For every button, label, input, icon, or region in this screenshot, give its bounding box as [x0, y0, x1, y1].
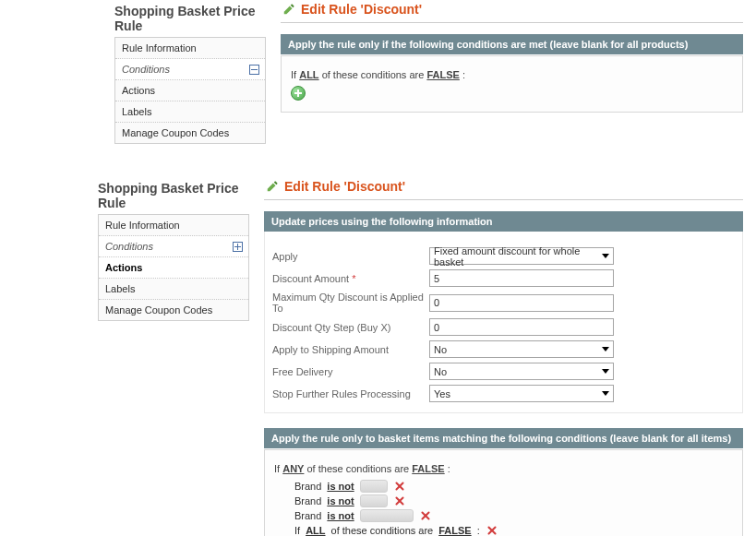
remove-condition-icon[interactable]	[393, 494, 406, 507]
cond-value-chip[interactable]	[360, 494, 388, 507]
cond-aggregator[interactable]: ANY	[282, 463, 304, 474]
input-qty-step[interactable]	[429, 318, 614, 336]
sidebar-item-conditions[interactable]: Conditions	[115, 59, 265, 80]
sidebar-menu: Rule Information Conditions Actions Labe…	[98, 214, 249, 321]
cond-attr[interactable]: Brand	[294, 495, 321, 506]
label-shipping: Apply to Shipping Amount	[272, 344, 429, 355]
chevron-down-icon	[602, 391, 609, 396]
sidebar-item-actions[interactable]: Actions	[115, 80, 265, 101]
cond-colon: :	[448, 463, 450, 474]
expand-icon[interactable]	[233, 242, 243, 254]
cond-value[interactable]: FALSE	[412, 463, 444, 474]
sidebar-item-manage-coupon-codes[interactable]: Manage Coupon Codes	[99, 300, 248, 320]
select-free-delivery[interactable]: No	[429, 363, 614, 380]
nested-colon: :	[477, 525, 480, 536]
add-condition-icon[interactable]	[291, 86, 306, 101]
sidebar-title: Shopping Basket Price Rule	[98, 181, 249, 210]
sidebar-item-label: Conditions	[122, 64, 170, 75]
page-title-text: Edit Rule 'Discount'	[284, 179, 405, 194]
sidebar-item-labels[interactable]: Labels	[99, 279, 248, 300]
sidebar-item-rule-information[interactable]: Rule Information	[99, 215, 248, 236]
cond-op[interactable]: is not	[327, 495, 354, 506]
label-apply: Apply	[272, 251, 429, 262]
cond-aggregator[interactable]: ALL	[299, 69, 318, 80]
chevron-down-icon	[602, 369, 609, 374]
sidebar-item-rule-information[interactable]: Rule Information	[115, 38, 265, 59]
remove-condition-icon[interactable]	[393, 480, 406, 493]
cond-colon: :	[462, 69, 465, 80]
remove-condition-icon[interactable]	[419, 509, 432, 522]
select-shipping[interactable]: No	[429, 340, 614, 358]
section-bar-item-conditions: Apply the rule only to basket items matc…	[264, 428, 743, 448]
conditions-box: If ALL of these conditions are FALSE :	[281, 55, 743, 113]
label-text: Discount Amount	[272, 273, 349, 284]
select-apply-value: Fixed amount discount for whole basket	[434, 245, 602, 268]
page-title: Edit Rule 'Discount'	[264, 177, 743, 200]
section-bar-conditions: Apply the rule only if the following con…	[281, 34, 743, 54]
chevron-down-icon	[602, 347, 609, 351]
label-free-delivery: Free Delivery	[272, 366, 429, 377]
label-stop-rules: Stop Further Rules Processing	[272, 388, 429, 399]
cond-if: If	[274, 463, 280, 474]
chevron-down-icon	[602, 254, 609, 258]
nested-aggregator[interactable]: ALL	[306, 525, 325, 536]
cond-attr[interactable]: Brand	[294, 481, 321, 492]
pencil-icon	[282, 3, 295, 16]
cond-op[interactable]: is not	[327, 510, 354, 521]
sidebar-item-actions[interactable]: Actions	[99, 257, 248, 279]
form-update-prices: Apply Fixed amount discount for whole ba…	[264, 232, 743, 413]
label-max-qty: Maximum Qty Discount is Applied To	[272, 292, 429, 314]
cond-op[interactable]: is not	[327, 481, 354, 492]
nested-value[interactable]: FALSE	[438, 525, 471, 536]
remove-condition-icon[interactable]	[486, 524, 498, 536]
page-title: Edit Rule 'Discount'	[281, 0, 743, 23]
cond-if: If	[291, 69, 296, 80]
cond-text: of these conditions are	[322, 69, 425, 80]
cond-text: of these conditions are	[306, 463, 409, 474]
select-apply[interactable]: Fixed amount discount for whole basket	[429, 247, 614, 265]
sidebar-item-label: Conditions	[105, 241, 153, 252]
required-marker: *	[352, 273, 355, 284]
nested-text: of these conditions are	[331, 525, 434, 536]
input-discount-amount[interactable]	[429, 269, 614, 287]
cond-attr[interactable]: Brand	[294, 510, 321, 521]
sidebar-title: Shopping Basket Price Rule	[114, 4, 266, 33]
nested-if: If	[294, 525, 300, 536]
cond-value-chip[interactable]	[360, 509, 414, 522]
select-stop-rules[interactable]: Yes	[429, 385, 614, 402]
page-title-text: Edit Rule 'Discount'	[301, 2, 422, 17]
pencil-icon	[266, 180, 279, 193]
select-free-delivery-value: No	[434, 366, 447, 377]
sidebar-menu: Rule Information Conditions Actions Labe…	[114, 37, 266, 144]
select-stop-rules-value: Yes	[434, 388, 450, 399]
label-qty-step: Discount Qty Step (Buy X)	[272, 322, 429, 333]
cond-value[interactable]: FALSE	[426, 69, 459, 80]
section-bar-update-prices: Update prices using the following inform…	[264, 211, 743, 232]
sidebar-item-manage-coupon-codes[interactable]: Manage Coupon Codes	[115, 123, 265, 143]
collapse-icon[interactable]	[249, 65, 259, 77]
input-max-qty[interactable]	[429, 294, 614, 312]
label-discount-amount: Discount Amount *	[272, 273, 429, 284]
item-conditions-box: If ANY of these conditions are FALSE : B…	[264, 449, 743, 536]
sidebar-item-conditions[interactable]: Conditions	[99, 236, 248, 257]
sidebar-item-labels[interactable]: Labels	[115, 101, 265, 123]
select-shipping-value: No	[434, 344, 447, 355]
cond-value-chip[interactable]	[360, 480, 388, 493]
